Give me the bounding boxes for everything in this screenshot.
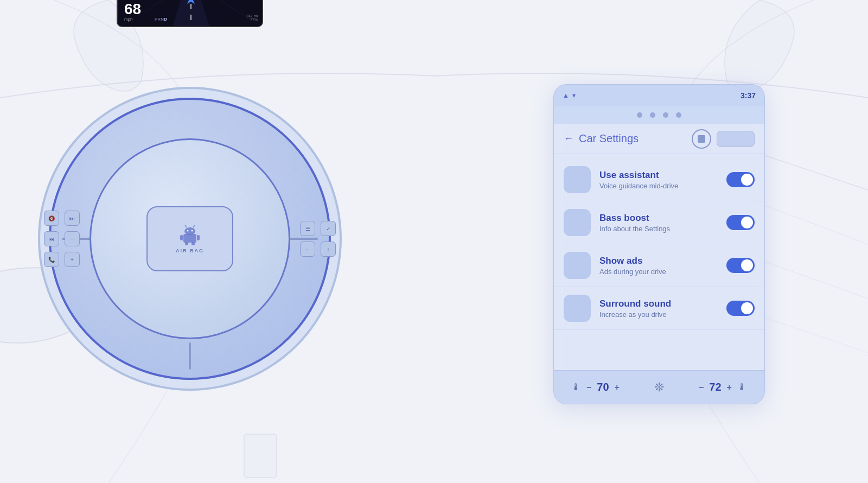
surround-sound-text: Surround sound Increase as you drive [599,298,718,319]
sw-btn-check[interactable]: ✓ [321,221,336,236]
status-time: 3:37 [741,91,756,100]
bass-boost-desc: Info about the Settings [599,225,718,233]
use-assistant-text: Use assistant Voice guidance mid-drive [599,170,718,190]
heat-right-icon: 🌡 [737,382,747,393]
steering-wheel-area: ◉ 85°F - 70° □ [33,27,347,450]
spoke-bottom [189,342,191,370]
settings-header: ← Car Settings [554,124,764,154]
bass-boost-text: Bass boost Info about the Settings [599,213,718,233]
use-assistant-toggle[interactable] [726,172,755,187]
climate-right: − 72 + 🌡 [699,381,747,393]
bass-boost-icon-box [564,209,591,236]
camera-dot-2 [650,112,655,118]
use-assistant-desc: Voice guidance mid-drive [599,182,718,190]
steering-center-hub: AIR BAG [146,206,233,271]
svg-rect-33 [192,242,195,245]
setting-item-use-assistant[interactable]: Use assistant Voice guidance mid-drive [554,158,764,201]
show-ads-icon-box [564,252,591,279]
camera-dots-row [554,106,764,124]
sw-btn-prev[interactable]: ⏮ [44,231,59,246]
wifi-icon: ▾ [572,92,576,99]
svg-rect-31 [197,235,200,240]
svg-point-26 [187,230,189,232]
stop-button[interactable] [692,129,711,149]
surround-sound-icon-box [564,295,591,322]
svg-rect-30 [180,235,183,240]
climate-fan-icon: ❊ [654,380,664,395]
toggle-thumb [741,302,753,314]
sw-btn-mute[interactable]: 🔇 [44,211,59,226]
camera-dot-3 [663,112,668,118]
sw-left-buttons: 🔇 ⏭ ⏮ − 📞 + [42,209,81,269]
header-actions [692,129,755,149]
nav-gear-display: PRND [155,17,167,22]
surround-sound-desc: Increase as you drive [599,310,718,319]
steering-inner-ring: 🔇 ⏭ ⏮ − 📞 + ☰ ✓ ← ↕ [90,138,290,339]
sw-btn-phone[interactable]: 📞 [44,252,59,267]
setting-item-bass-boost[interactable]: Bass boost Info about the Settings [554,201,764,244]
svg-rect-24 [183,234,196,243]
back-button[interactable]: ← [564,133,573,144]
sw-right-buttons: ☰ ✓ ← ↕ [298,219,337,258]
camera-dot-4 [676,112,681,118]
menu-button[interactable] [717,131,755,147]
climate-left-temp: 70 [597,381,609,393]
nav-speed-unit: mph [124,17,141,22]
setting-item-show-ads[interactable]: Show ads Ads during your drive [554,244,764,287]
climate-right-plus[interactable]: + [727,383,732,392]
svg-rect-32 [185,242,188,245]
panel-status-bar: ▲ ▾ 3:37 [554,85,764,106]
svg-line-28 [185,225,187,227]
sw-btn-nav[interactable]: ↕ [321,242,336,257]
toggle-thumb [741,217,753,228]
bass-boost-name: Bass boost [599,213,718,224]
climate-right-minus[interactable]: − [699,383,704,392]
toggle-thumb [741,174,753,186]
bass-boost-toggle[interactable] [726,215,755,230]
steering-outer-ring: 🔇 ⏭ ⏮ − 📞 + ☰ ✓ ← ↕ [49,98,331,380]
nav-info: 242 mi 77% [246,14,258,22]
surround-sound-toggle[interactable] [726,301,755,316]
settings-panel-title: Car Settings [579,132,639,145]
nav-speed-display: 68 [124,2,141,17]
sw-btn-vol-down[interactable]: − [65,231,80,246]
show-ads-desc: Ads during your drive [599,268,718,276]
climate-left-minus[interactable]: − [586,383,591,392]
settings-panel: ▲ ▾ 3:37 ← Car Settings Use assistant [553,84,765,404]
setting-item-surround-sound[interactable]: Surround sound Increase as you drive [554,287,764,330]
svg-point-27 [192,230,193,232]
use-assistant-name: Use assistant [599,170,718,181]
surround-sound-name: Surround sound [599,298,718,309]
use-assistant-icon-box [564,166,591,193]
sw-btn-vol-up[interactable]: + [65,252,80,267]
heat-left-icon: 🌡 [571,382,581,393]
status-indicators: ▲ ▾ [563,92,576,99]
signal-icon: ▲ [563,92,569,99]
svg-point-25 [184,227,195,235]
climate-bar: 🌡 − 70 + ❊ − 72 + 🌡 [554,370,764,404]
sw-btn-back[interactable]: ← [300,242,315,257]
header-nav: ← Car Settings [564,132,639,145]
camera-dot-1 [637,112,642,118]
climate-right-temp: 72 [709,381,721,393]
svg-line-29 [193,225,195,227]
android-logo-icon [179,224,201,246]
nav-phone-screen: ◉ 85°F - 70° □ [117,0,263,27]
show-ads-toggle[interactable] [726,258,755,273]
stop-icon [698,135,705,143]
settings-list: Use assistant Voice guidance mid-drive B… [554,154,764,334]
toggle-thumb [741,259,753,271]
sw-btn-skip-fwd[interactable]: ⏭ [65,211,80,226]
climate-left: 🌡 − 70 + [571,381,620,393]
sw-btn-menu[interactable]: ☰ [300,221,315,236]
airbag-label: AIR BAG [176,248,204,253]
show-ads-name: Show ads [599,256,718,266]
climate-left-plus[interactable]: + [615,383,620,392]
show-ads-text: Show ads Ads during your drive [599,256,718,276]
